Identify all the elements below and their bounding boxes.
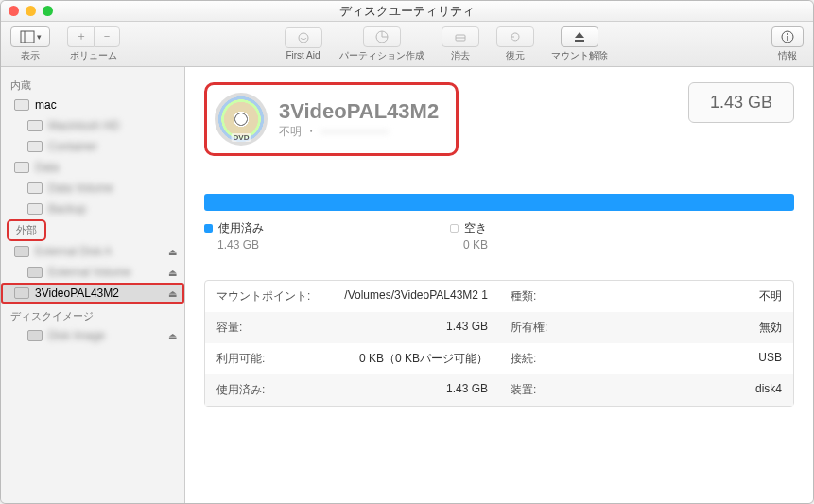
svg-rect-0: [21, 31, 34, 43]
chevron-down-icon: ▾: [37, 32, 42, 42]
unmount-label: マウント解除: [551, 49, 608, 62]
volume-label: ボリューム: [70, 49, 117, 62]
info-icon: [780, 29, 795, 44]
titlebar: ディスクユーティリティ: [1, 1, 813, 22]
sidebar-item-label: 3VideoPAL43M2: [35, 287, 119, 300]
details-row: 使用済み:1.43 GB装置:disk4: [205, 374, 793, 406]
disk-icon: [27, 203, 43, 215]
sidebar-item[interactable]: Container: [1, 136, 184, 157]
disk-icon: [14, 246, 29, 257]
details-row: マウントポイント:/Volumes/3VideoPAL43M2 1種類:不明: [205, 281, 793, 312]
sidebar-item[interactable]: Macintosh HD: [1, 115, 184, 136]
disk-utility-window: ディスクユーティリティ ▾ 表示 ＋ － ボリューム First Aid: [0, 0, 814, 504]
sidebar: 内蔵 macMacintosh HDContainerDataData Volu…: [1, 67, 185, 503]
details-key: 容量:: [216, 320, 302, 336]
sidebar-heading-diskimage: ディスクイメージ: [1, 304, 184, 325]
details-key: マウントポイント:: [216, 288, 310, 304]
sidebar-item[interactable]: Data Volume: [1, 178, 184, 199]
zoom-icon[interactable]: [43, 6, 53, 16]
partition-group: パーティション作成: [339, 26, 424, 62]
details-key: 使用済み:: [216, 382, 302, 398]
details-cell: 装置:disk4: [499, 374, 793, 406]
disk-icon: [27, 330, 43, 341]
eject-icon[interactable]: ⏏: [168, 268, 177, 278]
sidebar-item-label: mac: [35, 98, 57, 112]
disk-icon: [14, 287, 29, 299]
volume-size-badge: 1.43 GB: [688, 82, 794, 123]
details-table: マウントポイント:/Volumes/3VideoPAL43M2 1種類:不明容量…: [204, 280, 794, 407]
volume-header-card: 3VideoPAL43M2 不明 ・ ——————: [204, 82, 459, 156]
toolbar: ▾ 表示 ＋ － ボリューム First Aid パーティション作成: [1, 22, 813, 67]
view-button[interactable]: ▾: [10, 26, 50, 47]
sidebar-item-label: Backup: [48, 202, 86, 216]
sidebar-item-label: Macintosh HD: [48, 119, 119, 132]
restore-arrow-icon: [508, 29, 523, 44]
erase-group: 消去: [442, 26, 479, 62]
usage-bar: [204, 194, 794, 211]
details-key: 利用可能:: [216, 351, 302, 367]
unmount-group: マウント解除: [551, 26, 608, 62]
details-key: 接続:: [511, 351, 596, 367]
sidebar-item-label: Container: [48, 140, 97, 153]
info-group: 情報: [771, 26, 804, 62]
details-value: disk4: [755, 382, 782, 398]
details-cell: 使用済み:1.43 GB: [205, 374, 499, 406]
minimize-icon[interactable]: [26, 6, 36, 16]
firstaid-group: First Aid: [285, 27, 322, 61]
details-value: 0 KB（0 KBパージ可能）: [359, 351, 488, 367]
volume-subtitle: 不明 ・ ——————: [279, 124, 439, 140]
view-label: 表示: [21, 49, 40, 62]
details-cell: 利用可能:0 KB（0 KBパージ可能）: [205, 343, 499, 374]
sidebar-item[interactable]: Disk Image⏏: [1, 325, 184, 346]
sidebar-item-label: Data Volume: [48, 182, 113, 195]
sidebar-item[interactable]: External Disk A⏏: [1, 241, 184, 262]
close-icon[interactable]: [9, 6, 19, 16]
content-pane: 3VideoPAL43M2 不明 ・ —————— 1.43 GB 使用済み: [185, 67, 813, 503]
details-cell: 所有権:無効: [499, 312, 793, 343]
unmount-button[interactable]: [561, 26, 598, 47]
details-value: USB: [758, 351, 782, 367]
partition-button[interactable]: [363, 26, 401, 47]
restore-button[interactable]: [496, 26, 534, 47]
volume-name: 3VideoPAL43M2: [279, 99, 439, 124]
disk-icon: [27, 120, 43, 131]
sidebar-item[interactable]: Backup: [1, 199, 184, 219]
firstaid-button[interactable]: [285, 27, 322, 48]
legend-free: 空き 0 KB: [450, 220, 639, 252]
details-key: 種類:: [511, 288, 596, 304]
sidebar-item[interactable]: mac: [1, 95, 184, 115]
details-key: 装置:: [511, 382, 596, 398]
restore-group: 復元: [496, 26, 534, 62]
sidebar-item[interactable]: Data: [1, 157, 184, 178]
sidebar-item-label: External Volume: [48, 266, 130, 279]
eject-icon[interactable]: ⏏: [168, 288, 177, 299]
add-volume-button[interactable]: ＋: [67, 26, 94, 47]
sidebar-item[interactable]: 3VideoPAL43M2⏏: [1, 283, 184, 304]
restore-label: 復元: [506, 49, 525, 62]
partition-label: パーティション作成: [339, 49, 424, 62]
details-key: 所有権:: [511, 320, 596, 336]
svg-point-2: [299, 33, 308, 43]
erase-button[interactable]: [442, 26, 479, 47]
volume-group: ＋ － ボリューム: [67, 26, 120, 62]
window-title: ディスクユーティリティ: [339, 3, 475, 20]
remove-volume-button[interactable]: －: [94, 26, 120, 47]
details-value: 無効: [759, 320, 782, 336]
eraser-icon: [453, 29, 468, 44]
details-cell: 接続:USB: [499, 343, 793, 374]
disk-icon: [27, 182, 43, 194]
sidebar-item[interactable]: External Volume⏏: [1, 262, 184, 283]
view-group: ▾ 表示: [10, 26, 50, 62]
eject-icon[interactable]: ⏏: [168, 331, 177, 341]
disk-icon: [14, 162, 29, 173]
eject-icon[interactable]: ⏏: [168, 247, 177, 257]
sidebar-item-label: External Disk A: [35, 245, 112, 258]
details-value: /Volumes/3VideoPAL43M2 1: [344, 288, 488, 304]
sidebar-heading-internal: 内蔵: [1, 73, 184, 95]
info-button[interactable]: [771, 26, 804, 47]
info-label: 情報: [778, 49, 797, 62]
piechart-icon: [374, 29, 390, 44]
sidebar-item-label: Disk Image: [48, 329, 105, 342]
stethoscope-icon: [296, 30, 311, 45]
details-value: 1.43 GB: [446, 320, 488, 336]
